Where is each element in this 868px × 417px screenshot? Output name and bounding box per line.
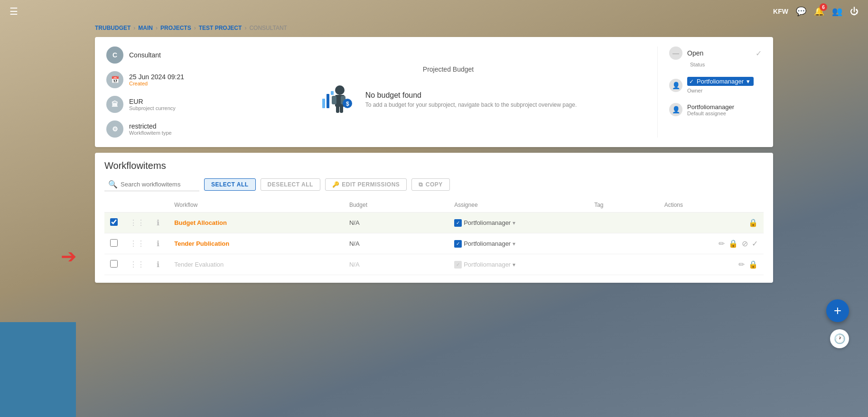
created-date: 25 Jun 2024 09:21 xyxy=(129,73,184,81)
workflowitem-type-item: ⚙ restricted Workflowitem type xyxy=(106,120,239,138)
copy-icon: ⧉ xyxy=(419,181,423,188)
breadcrumb-sep-4: › xyxy=(244,25,246,31)
header-right: — Open ✓ Status 👤 ✓ Portfoliomanager xyxy=(657,46,762,138)
drag-handle-icon[interactable]: ⋮⋮ xyxy=(130,240,145,248)
workflow-name-cell: Tender Publication xyxy=(168,233,344,254)
edit-action-icon[interactable]: ✏ xyxy=(719,239,725,248)
info-cell[interactable]: ℹ xyxy=(151,254,168,275)
edit-permissions-button[interactable]: 🔑 EDIT PERMISSIONS xyxy=(325,178,407,191)
row-checkbox-cell[interactable] xyxy=(104,213,128,233)
assignee-cell[interactable]: ✓Portfoliomanager▾ xyxy=(448,254,588,275)
lock-action-icon[interactable]: 🔒 xyxy=(728,239,738,248)
row-checkbox-cell[interactable] xyxy=(104,233,128,254)
owner-select-dropdown[interactable]: ✓ Portfoliomanager ▾ xyxy=(687,77,754,86)
select-all-button[interactable]: SELECT ALL xyxy=(204,178,256,191)
row-checkbox[interactable] xyxy=(110,239,118,247)
project-name: Consultant xyxy=(129,51,161,59)
assignee-dropdown-arrow[interactable]: ▾ xyxy=(513,241,515,247)
assignee-cell[interactable]: ✓Portfoliomanager▾ xyxy=(448,213,588,233)
copy-button[interactable]: ⧉ COPY xyxy=(411,178,450,191)
assignee-name: Portfoliomanager xyxy=(464,261,511,268)
assignee-dropdown-arrow[interactable]: ▾ xyxy=(513,220,515,226)
breadcrumb-projects[interactable]: PROJECTS xyxy=(160,25,191,31)
drag-handle-icon[interactable]: ⋮⋮ xyxy=(130,219,145,227)
workflow-name: Budget Allocation xyxy=(174,219,227,226)
table-row: ⋮⋮ℹBudget AllocationN/A✓Portfoliomanager… xyxy=(104,213,764,233)
row-checkbox[interactable] xyxy=(110,218,118,226)
table-row: ⋮⋮ℹTender PublicationN/A✓Portfoliomanage… xyxy=(104,233,764,254)
assignee-dropdown[interactable]: ✓Portfoliomanager▾ xyxy=(454,219,583,227)
menu-icon[interactable]: ☰ xyxy=(9,6,18,17)
col-actions-header: Actions xyxy=(659,198,764,213)
assignee-dropdown[interactable]: ✓Portfoliomanager▾ xyxy=(454,240,583,248)
assignee-icon: 👤 xyxy=(669,103,682,116)
status-check-icon: ✓ xyxy=(756,49,762,58)
toolbar: 🔍 SELECT ALL DESELECT ALL 🔑 EDIT PERMISS… xyxy=(104,178,764,191)
no-budget-sub: To add a budget for your subproject, nav… xyxy=(365,102,577,108)
add-workflowitem-button[interactable]: + xyxy=(826,299,849,322)
drag-handle-cell: ⋮⋮ xyxy=(128,233,151,254)
search-input[interactable] xyxy=(121,181,196,188)
notifications-icon[interactable]: 🔔 6 xyxy=(814,6,824,17)
row-checkbox-cell[interactable] xyxy=(104,254,128,275)
background-blue-bar xyxy=(0,322,76,417)
people-icon[interactable]: 👥 xyxy=(832,6,842,17)
budget-cell: N/A xyxy=(344,233,448,254)
action-icons: ✏🔒⊘✓ xyxy=(664,239,758,248)
lock-action-icon[interactable]: 🔒 xyxy=(748,218,758,227)
actions-cell: ✏🔒 xyxy=(659,254,764,275)
breadcrumb-main[interactable]: MAIN xyxy=(138,25,153,31)
cancel-action-icon[interactable]: ⊘ xyxy=(742,239,748,248)
currency-icon: 🏛 xyxy=(106,96,123,113)
history-button[interactable]: 🕐 xyxy=(830,329,849,348)
check-action-icon[interactable]: ✓ xyxy=(752,239,758,248)
row-checkbox[interactable] xyxy=(110,260,118,268)
actions-cell: ✏🔒⊘✓ xyxy=(659,233,764,254)
assignee-cell[interactable]: ✓Portfoliomanager▾ xyxy=(448,233,588,254)
status-text: Open xyxy=(687,49,703,57)
action-icons: ✏🔒 xyxy=(664,260,758,269)
no-budget-area: $ No budget found To add a budget for yo… xyxy=(320,81,577,119)
chat-icon[interactable]: 💬 xyxy=(796,6,806,17)
svg-rect-10 xyxy=(340,105,343,113)
col-assignee-header: Assignee xyxy=(448,198,588,213)
workflowitems-tbody: ⋮⋮ℹBudget AllocationN/A✓Portfoliomanager… xyxy=(104,213,764,275)
search-box[interactable]: 🔍 xyxy=(104,178,199,191)
assignee-name: Portfoliomanager xyxy=(464,240,511,247)
assignee-dropdown[interactable]: ✓Portfoliomanager▾ xyxy=(454,261,583,269)
search-icon: 🔍 xyxy=(108,180,118,189)
power-icon[interactable]: ⏻ xyxy=(850,7,859,17)
project-avatar: C xyxy=(106,46,123,64)
assignee-area: 👤 Portfoliomanager Default assignee xyxy=(669,103,762,116)
breadcrumb-test-project[interactable]: TEST PROJECT xyxy=(199,25,242,31)
svg-rect-9 xyxy=(336,105,339,113)
header-left: C Consultant 📅 25 Jun 2024 09:21 Created… xyxy=(106,46,239,138)
assignee-dropdown-arrow[interactable]: ▾ xyxy=(513,261,515,268)
breadcrumb: TRUBUDGET › MAIN › PROJECTS › TEST PROJE… xyxy=(0,23,868,33)
info-icon[interactable]: ℹ xyxy=(157,240,159,248)
info-icon[interactable]: ℹ xyxy=(157,219,159,227)
owner-icon: 👤 xyxy=(669,79,682,92)
breadcrumb-trubudget[interactable]: TRUBUDGET xyxy=(95,25,131,31)
drag-handle-icon[interactable]: ⋮⋮ xyxy=(130,260,145,269)
workflowitem-label: Workflowitem type xyxy=(129,130,172,136)
status-area: — Open ✓ xyxy=(669,46,762,60)
info-cell[interactable]: ℹ xyxy=(151,213,168,233)
topbar-left: ☰ xyxy=(9,6,18,17)
table-row: ⋮⋮ℹTender EvaluationN/A✓Portfoliomanager… xyxy=(104,254,764,275)
topbar-right: KFW 💬 🔔 6 👥 ⏻ xyxy=(773,6,859,17)
settings-icon: ⚙ xyxy=(106,120,123,138)
info-icon[interactable]: ℹ xyxy=(157,260,159,269)
edit-action-icon[interactable]: ✏ xyxy=(738,260,745,269)
deselect-all-button[interactable]: DESELECT ALL xyxy=(261,178,320,191)
breadcrumb-current: CONSULTANT xyxy=(249,25,287,31)
workflowitems-title: Workflowitems xyxy=(104,160,764,171)
lock-icon: 🔑 xyxy=(332,181,340,188)
info-cell[interactable]: ℹ xyxy=(151,233,168,254)
workflow-name: Tender Publication xyxy=(174,240,229,247)
lock-action-icon[interactable]: 🔒 xyxy=(748,260,758,269)
project-name-item: C Consultant xyxy=(106,46,239,64)
assignee-name: Portfoliomanager xyxy=(464,219,511,226)
budget-cell: N/A xyxy=(344,213,448,233)
workflow-name: Tender Evaluation xyxy=(174,261,224,268)
